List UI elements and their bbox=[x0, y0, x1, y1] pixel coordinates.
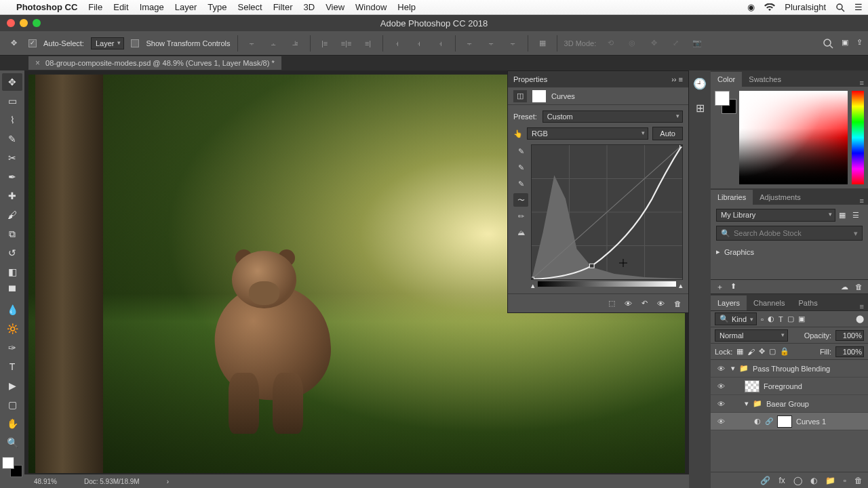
paths-tab[interactable]: Paths bbox=[792, 296, 825, 310]
blur-tool[interactable]: 💧 bbox=[2, 301, 22, 319]
dodge-tool[interactable]: 🔆 bbox=[2, 320, 22, 338]
menu-image[interactable]: Image bbox=[140, 2, 164, 12]
auto-align[interactable]: ▦ bbox=[535, 36, 550, 51]
eraser-tool[interactable]: ◧ bbox=[2, 263, 22, 281]
black-slider[interactable]: ▴ bbox=[531, 281, 535, 287]
healing-tool[interactable]: ✚ bbox=[2, 187, 22, 205]
wifi-icon[interactable] bbox=[764, 3, 775, 12]
auto-select-checkbox[interactable]: ✓ bbox=[28, 39, 37, 47]
align-top[interactable]: ⫟ bbox=[245, 36, 260, 51]
layer-row[interactable]: 👁 ▾ 📁 Pass Through Blending bbox=[711, 360, 868, 378]
menu-select[interactable]: Select bbox=[237, 2, 262, 12]
libraries-tab[interactable]: Libraries bbox=[711, 190, 753, 205]
menu-help[interactable]: Help bbox=[397, 2, 416, 12]
swatches-tab[interactable]: Swatches bbox=[742, 72, 788, 87]
filter-toggle[interactable]: ⬤ bbox=[856, 314, 864, 323]
filter-pixel-icon[interactable]: ▫ bbox=[761, 315, 764, 323]
stock-search[interactable]: 🔍Search Adobe Stock▾ bbox=[716, 226, 863, 241]
brush-tool[interactable]: 🖌 bbox=[2, 206, 22, 224]
visibility-toggle[interactable]: 👁 bbox=[715, 382, 727, 390]
history-brush-tool[interactable]: ↺ bbox=[2, 244, 22, 262]
clone-tool[interactable]: ⧉ bbox=[2, 225, 22, 243]
channel-dropdown[interactable]: RGB bbox=[527, 127, 648, 140]
share-icon[interactable]: ⇪ bbox=[856, 38, 863, 49]
view-previous-icon[interactable]: 👁 bbox=[625, 300, 632, 308]
color-fg-bg-swatch[interactable] bbox=[715, 91, 735, 184]
gradient-tool[interactable]: ▀ bbox=[2, 282, 22, 300]
trash-icon[interactable]: 🗑 bbox=[855, 283, 863, 291]
lasso-tool[interactable]: ⌇ bbox=[2, 111, 22, 129]
gray-eyedropper[interactable]: ✎ bbox=[513, 161, 528, 174]
new-group-icon[interactable]: 📁 bbox=[825, 476, 835, 485]
distribute-3[interactable]: ⫞ bbox=[433, 36, 448, 51]
layers-tab[interactable]: Layers bbox=[711, 296, 747, 310]
collapse-icon[interactable]: ›› ≡ bbox=[671, 75, 683, 83]
move-tool[interactable]: ✥ bbox=[2, 73, 22, 91]
align-vcenter[interactable]: ⫠ bbox=[267, 36, 281, 51]
fill-field[interactable]: 100% bbox=[835, 346, 864, 357]
panel-menu-icon[interactable]: ≡ bbox=[856, 302, 868, 310]
align-bottom[interactable]: ⫡ bbox=[288, 36, 303, 51]
lock-all-icon[interactable]: 🔒 bbox=[780, 347, 789, 356]
menu-file[interactable]: File bbox=[88, 2, 102, 12]
layer-row[interactable]: 👁 ◐ 🔗 Curves 1 bbox=[711, 413, 868, 430]
toggle-visibility-icon[interactable]: 👁 bbox=[657, 300, 665, 308]
delete-adjustment-icon[interactable]: 🗑 bbox=[674, 300, 682, 308]
auto-select-dropdown[interactable]: Layer bbox=[91, 37, 125, 49]
show-transform-checkbox[interactable] bbox=[131, 39, 139, 47]
type-tool[interactable]: T bbox=[2, 358, 22, 375]
filter-type-dropdown[interactable]: 🔍Kind bbox=[715, 312, 757, 325]
adjustments-tab[interactable]: Adjustments bbox=[753, 190, 808, 205]
menu-3d[interactable]: 3D bbox=[304, 2, 315, 12]
curves-graph[interactable] bbox=[531, 144, 683, 280]
white-slider[interactable]: ▴ bbox=[679, 281, 683, 287]
zoom-tool[interactable]: 🔍 bbox=[2, 434, 22, 451]
history-panel-icon[interactable]: 🕘 bbox=[692, 76, 707, 91]
auto-button[interactable]: Auto bbox=[652, 127, 683, 140]
menu-edit[interactable]: Edit bbox=[113, 2, 128, 12]
color-spectrum[interactable] bbox=[739, 91, 848, 184]
document-tab[interactable]: × 08-group-composite-modes.psd @ 48.9% (… bbox=[28, 56, 281, 70]
cc-icon[interactable]: ◉ bbox=[747, 2, 755, 12]
status-chevron-icon[interactable]: › bbox=[167, 478, 169, 485]
menu-filter[interactable]: Filter bbox=[273, 2, 293, 12]
filter-shape-icon[interactable]: ▢ bbox=[787, 314, 794, 323]
white-eyedropper[interactable]: ✎ bbox=[513, 177, 528, 190]
menu-layer[interactable]: Layer bbox=[175, 2, 197, 12]
hand-tool[interactable]: ✋ bbox=[2, 415, 22, 432]
properties-panel-icon[interactable]: ⊞ bbox=[692, 100, 707, 115]
filter-smart-icon[interactable]: ▣ bbox=[798, 314, 805, 323]
lock-position-icon[interactable]: ✥ bbox=[759, 347, 765, 356]
reset-icon[interactable]: ↶ bbox=[642, 299, 648, 308]
visibility-toggle[interactable]: 👁 bbox=[715, 400, 727, 408]
eyedropper-tool[interactable]: ✒ bbox=[2, 168, 22, 186]
lock-transparency-icon[interactable]: ▦ bbox=[736, 347, 743, 356]
library-dropdown[interactable]: My Library bbox=[716, 209, 835, 222]
channels-tab[interactable]: Channels bbox=[747, 296, 791, 310]
opacity-field[interactable]: 100% bbox=[835, 330, 864, 341]
graphics-group[interactable]: ▸Graphics bbox=[716, 245, 863, 259]
distribute-1[interactable]: ⫞ bbox=[390, 36, 405, 51]
distribute-2[interactable]: ⫞ bbox=[412, 36, 427, 51]
menu-view[interactable]: View bbox=[326, 2, 344, 12]
smooth-curve[interactable]: ⛰ bbox=[513, 226, 528, 239]
draw-curve-tool[interactable]: ✏ bbox=[513, 209, 528, 223]
layer-row[interactable]: 👁 Foreground bbox=[711, 378, 868, 395]
target-adjustment-icon[interactable]: 👆 bbox=[513, 129, 523, 138]
layer-style-icon[interactable]: fx bbox=[778, 476, 785, 485]
filter-type-icon[interactable]: T bbox=[778, 315, 783, 323]
visibility-toggle[interactable]: 👁 bbox=[715, 365, 727, 373]
new-layer-icon[interactable]: ▫ bbox=[844, 476, 846, 485]
distribute-h2[interactable]: ⫟ bbox=[484, 36, 499, 51]
menu-icon[interactable]: ☰ bbox=[854, 2, 863, 12]
foreground-background-swatch[interactable] bbox=[2, 457, 22, 477]
crop-tool[interactable]: ✂ bbox=[2, 149, 22, 167]
path-select-tool[interactable]: ▶ bbox=[2, 377, 22, 394]
rectangle-tool[interactable]: ▢ bbox=[2, 396, 22, 413]
lock-artboard-icon[interactable]: ▢ bbox=[769, 347, 776, 356]
list-view-icon[interactable]: ☰ bbox=[849, 209, 863, 222]
visibility-toggle[interactable]: 👁 bbox=[715, 418, 727, 426]
preset-dropdown[interactable]: Custom bbox=[542, 110, 683, 123]
menu-window[interactable]: Window bbox=[355, 2, 387, 12]
align-hcenter[interactable]: ≡|≡ bbox=[339, 36, 354, 51]
